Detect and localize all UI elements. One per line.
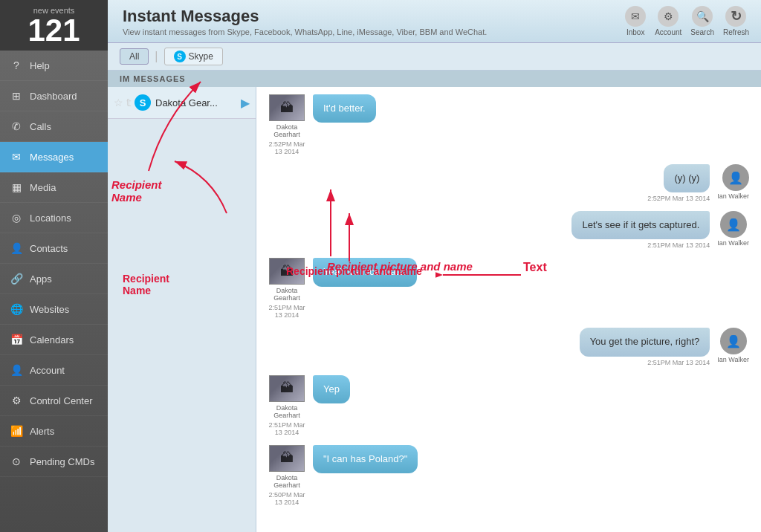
right-col-3: 👤 Ian Walker [717, 211, 749, 247]
message-bubble-4: Yeah it's nice mate. [313, 258, 417, 286]
control-center-icon: ⚙ [9, 393, 24, 408]
right-col-5: 👤 Ian Walker [717, 328, 749, 363]
message-time-5: 2:51PM Mar 13 2014 [647, 359, 710, 366]
bubble-wrapper-6: Yep [313, 375, 350, 403]
sidebar-header: new events 121 [0, 0, 108, 51]
page-subtitle: View instant messages from Skype, Facebo… [123, 27, 487, 36]
sidebar-label-contacts: Contacts [30, 243, 68, 254]
message-avatar-4: Dakota Gearhart 2:51PM Mar 13 2014 [268, 258, 305, 319]
avatar-time-6: 2:51PM Mar 13 2014 [268, 421, 305, 436]
filter-skype-label: Skype [189, 51, 213, 62]
filter-divider: | [155, 50, 158, 63]
sidebar-item-account[interactable]: 👤 Account [0, 355, 108, 386]
main-content: Instant Messages View instant messages f… [108, 0, 761, 532]
locations-icon: ◎ [9, 210, 24, 225]
sidebar-item-control-center[interactable]: ⚙ Control Center [0, 386, 108, 416]
message-row-5: 👤 Ian Walker You get the picture, right?… [268, 328, 749, 366]
account-button[interactable]: ⚙ Account [655, 6, 681, 36]
message-bubble-5: You get the picture, right? [580, 328, 710, 356]
bubble-wrapper-3: Let's see if it gets captured. 2:51PM Ma… [571, 211, 710, 249]
im-section: IM MESSAGES ☆ 𝕥 S Dakota Gear... ▶ [108, 71, 761, 532]
account-icon-topbar: ⚙ [658, 6, 679, 27]
sidebar-label-media: Media [30, 182, 56, 193]
right-avatar-3: 👤 [720, 211, 747, 238]
account-icon: 👤 [9, 363, 24, 377]
conversation-item[interactable]: ☆ 𝕥 S Dakota Gear... ▶ [108, 87, 256, 119]
message-row-7: Dakota Gearhart 2:50PM Mar 13 2014 "I ca… [268, 445, 749, 506]
twitter-icon: 𝕥 [126, 97, 132, 108]
sidebar-label-calendars: Calendars [30, 334, 74, 346]
sidebar-item-dashboard[interactable]: ⊞ Dashboard [0, 81, 108, 111]
media-icon: ▦ [9, 180, 24, 195]
topbar: Instant Messages View instant messages f… [108, 0, 761, 43]
conversation-arrow-icon: ▶ [241, 96, 250, 110]
sidebar-label-locations: Locations [30, 213, 71, 224]
bubble-wrapper-4: Yeah it's nice mate. [313, 258, 417, 286]
avatar-name-7: Dakota Gearhart [268, 474, 305, 489]
help-icon: ? [9, 58, 24, 73]
refresh-button[interactable]: ↻ Refresh [723, 6, 749, 36]
message-time-2: 2:52PM Mar 13 2014 [647, 195, 710, 202]
sidebar-item-apps[interactable]: 🔗 Apps [0, 264, 108, 294]
message-bubble-7: "I can has Poland?" [313, 445, 418, 473]
refresh-label: Refresh [723, 28, 749, 36]
chat-area[interactable]: Recipient picture and name Dakota Gearha… [256, 87, 761, 532]
sidebar-label-websites: Websites [30, 304, 69, 315]
messages-icon: ✉ [9, 149, 24, 164]
event-count: 121 [3, 15, 105, 46]
sidebar-label-account: Account [30, 365, 65, 376]
inbox-label: Inbox [626, 28, 644, 36]
skype-icon-conv: S [135, 94, 151, 111]
conversation-list: ☆ 𝕥 S Dakota Gear... ▶ [108, 87, 256, 532]
skype-icon-filter: S [174, 51, 186, 62]
message-row-2: 👤 Ian Walker (y) (y) 2:52PM Mar 13 2014 [268, 164, 749, 202]
filter-all-button[interactable]: All [120, 48, 149, 65]
inbox-button[interactable]: ✉ Inbox [625, 6, 646, 36]
right-name-5: Ian Walker [717, 356, 749, 363]
apps-icon: 🔗 [9, 271, 24, 286]
message-bubble-2: (y) (y) [664, 164, 710, 192]
text-annotation-label: Text [523, 261, 547, 274]
sidebar-item-contacts[interactable]: 👤 Contacts [0, 233, 108, 264]
message-row-1: Dakota Gearhart 2:52PM Mar 13 2014 It'd … [268, 94, 749, 155]
sidebar-label-control-center: Control Center [30, 395, 93, 406]
text-annotation: Text [435, 264, 525, 289]
message-avatar-6: Dakota Gearhart 2:51PM Mar 13 2014 [268, 375, 305, 436]
filter-bar: All | S Skype [108, 43, 761, 71]
refresh-icon: ↻ [725, 6, 746, 27]
bubble-wrapper-5: You get the picture, right? 2:51PM Mar 1… [580, 328, 710, 366]
sidebar-item-messages[interactable]: ✉ Messages [0, 142, 108, 172]
account-label: Account [655, 28, 681, 36]
search-button[interactable]: 🔍 Search [690, 6, 714, 36]
star-icon[interactable]: ☆ [114, 97, 123, 108]
filter-skype-button[interactable]: S Skype [164, 48, 223, 65]
search-icon: 🔍 [692, 6, 713, 27]
sidebar-item-pending-cmds[interactable]: ⊙ Pending CMDs [0, 447, 108, 477]
sidebar-item-websites[interactable]: 🌐 Websites [0, 294, 108, 325]
recipient-name-label: Recipient Name [123, 273, 169, 296]
websites-icon: 🌐 [9, 302, 24, 317]
bubble-wrapper-2: (y) (y) 2:52PM Mar 13 2014 [647, 164, 710, 202]
sidebar-item-media[interactable]: ▦ Media [0, 172, 108, 203]
sidebar: new events 121 ? Help ⊞ Dashboard ✆ Call… [0, 0, 108, 532]
contacts-icon: 👤 [9, 241, 24, 256]
search-label: Search [690, 28, 714, 36]
sidebar-item-locations[interactable]: ◎ Locations [0, 203, 108, 233]
topbar-title: Instant Messages View instant messages f… [123, 7, 487, 36]
avatar-time-7: 2:50PM Mar 13 2014 [268, 491, 305, 506]
dashboard-icon: ⊞ [9, 88, 24, 103]
avatar-name-4: Dakota Gearhart [268, 287, 305, 302]
im-body: ☆ 𝕥 S Dakota Gear... ▶ [108, 87, 761, 532]
right-name-3: Ian Walker [717, 239, 749, 247]
sidebar-label-pending-cmds: Pending CMDs [30, 456, 94, 467]
avatar-image-7 [269, 445, 305, 472]
avatar-image-6 [269, 375, 305, 402]
sidebar-item-calendars[interactable]: 📅 Calendars [0, 325, 108, 355]
sidebar-item-calls[interactable]: ✆ Calls [0, 111, 108, 142]
bubble-wrapper-7: "I can has Poland?" [313, 445, 418, 473]
sidebar-item-alerts[interactable]: 📶 Alerts [0, 416, 108, 447]
topbar-actions: ✉ Inbox ⚙ Account 🔍 Search ↻ Refresh [625, 6, 749, 36]
sidebar-label-apps: Apps [30, 273, 52, 285]
sidebar-item-help[interactable]: ? Help [0, 51, 108, 81]
message-bubble-1: It'd better. [313, 94, 376, 123]
